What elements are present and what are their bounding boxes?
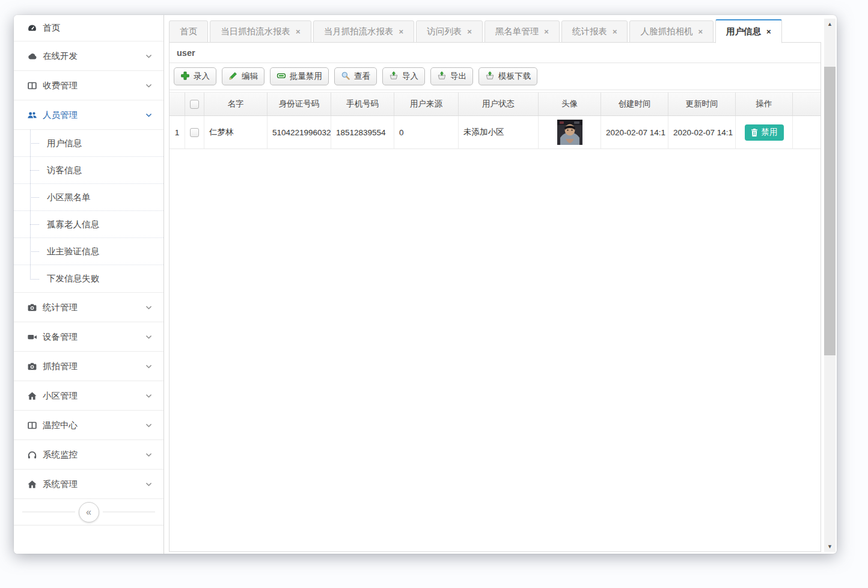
- sidebar-item-community-mgmt[interactable]: 小区管理: [14, 381, 164, 411]
- sidebar-subitem-dispatch-failed[interactable]: 下发信息失败: [14, 265, 164, 292]
- close-icon[interactable]: ×: [467, 27, 472, 36]
- cloud-icon: [27, 51, 37, 61]
- column-header-id-number[interactable]: 身份证号码: [267, 93, 331, 115]
- sidebar-subitem-elderly-info[interactable]: 孤寡老人信息: [14, 211, 164, 238]
- batch-disable-button[interactable]: 批量禁用: [270, 67, 329, 85]
- chevron-down-icon: [145, 392, 153, 400]
- sidebar-subitem-visitor-info[interactable]: 访客信息: [14, 157, 164, 184]
- select-all-checkbox[interactable]: [190, 100, 199, 109]
- video-camera-icon: [27, 332, 37, 342]
- tab-user-info[interactable]: 用户信息 ×: [715, 19, 782, 43]
- import-button[interactable]: 导入: [382, 67, 425, 85]
- sidebar-item-online-dev[interactable]: 在线开发: [14, 41, 164, 71]
- sidebar-item-home[interactable]: 首页: [14, 15, 164, 41]
- scroll-up-arrow[interactable]: ▲: [824, 19, 836, 29]
- tab-home[interactable]: 首页: [169, 20, 208, 43]
- column-header-user-source[interactable]: 用户来源: [394, 93, 459, 115]
- cell-avatar: [539, 116, 601, 149]
- sidebar-item-statistics-mgmt[interactable]: 统计管理: [14, 293, 164, 322]
- tab-bar: 首页 当日抓拍流水报表 × 当月抓拍流水报表 × 访问列表 × 黑名单管理 × …: [169, 19, 821, 43]
- sidebar-item-label: 抓拍管理: [43, 361, 139, 372]
- table-header-row: 名字 身份证号码 手机号码 用户来源 用户状态 头像 创建时间 更新时间 操作: [170, 92, 821, 116]
- sidebar-item-label: 系统管理: [43, 479, 139, 490]
- close-icon[interactable]: ×: [296, 27, 301, 36]
- disable-user-button[interactable]: 禁用: [745, 124, 784, 141]
- sidebar-item-system-mgmt[interactable]: 系统管理: [14, 470, 164, 499]
- row-checkbox[interactable]: [190, 128, 199, 137]
- column-header-updated-time[interactable]: 更新时间: [668, 93, 736, 115]
- column-header-phone[interactable]: 手机号码: [331, 93, 394, 115]
- sidebar-subitem-label: 孤寡老人信息: [47, 219, 99, 230]
- add-record-button[interactable]: 录入: [174, 67, 216, 85]
- close-icon[interactable]: ×: [544, 27, 549, 36]
- camera-icon: [27, 302, 37, 313]
- close-icon[interactable]: ×: [766, 27, 771, 36]
- divider: [103, 512, 156, 512]
- row-checkbox-cell: [185, 116, 204, 149]
- sidebar-submenu-personnel: 用户信息 访客信息 小区黑名单 孤寡老人信息 业主验证信息 下发信息失败: [14, 130, 164, 293]
- tab-daily-capture-report[interactable]: 当日抓拍流水报表 ×: [210, 20, 311, 43]
- column-header-name[interactable]: 名字: [204, 93, 267, 115]
- template-download-icon: [485, 71, 495, 82]
- vertical-scrollbar[interactable]: ▲ ▼: [824, 19, 836, 552]
- columns-icon: [27, 420, 37, 430]
- tab-visit-list[interactable]: 访问列表 ×: [416, 20, 483, 43]
- headphones-icon: [27, 450, 37, 460]
- tab-face-capture-camera[interactable]: 人脸抓拍相机 ×: [629, 20, 714, 43]
- button-label: 录入: [194, 71, 210, 82]
- sidebar-item-capture-mgmt[interactable]: 抓拍管理: [14, 352, 164, 381]
- table-row[interactable]: 1 仁梦林 5104221996032 18512839554 0 未添加小区: [170, 116, 821, 149]
- close-icon[interactable]: ×: [613, 27, 617, 36]
- close-icon[interactable]: ×: [399, 27, 404, 36]
- tab-blacklist-mgmt[interactable]: 黑名单管理 ×: [484, 20, 560, 43]
- dashboard-icon: [27, 23, 37, 33]
- scroll-down-arrow[interactable]: ▼: [824, 541, 836, 552]
- close-icon[interactable]: ×: [698, 27, 703, 36]
- template-download-button[interactable]: 模板下载: [478, 67, 537, 85]
- disable-icon: [277, 71, 286, 82]
- camera-icon: [27, 361, 37, 372]
- toolbar: 录入 编辑 批量禁用: [170, 63, 821, 90]
- column-header-avatar[interactable]: 头像: [539, 93, 601, 115]
- chevron-down-icon: [145, 111, 153, 119]
- tab-statistics-report[interactable]: 统计报表 ×: [561, 20, 628, 43]
- button-label: 禁用: [762, 127, 778, 138]
- column-header-actions[interactable]: 操作: [736, 93, 793, 115]
- cell-actions: 禁用: [736, 116, 793, 149]
- sidebar-item-label: 温控中心: [43, 420, 139, 431]
- sidebar-subitem-label: 小区黑名单: [47, 192, 91, 203]
- export-button[interactable]: 导出: [430, 67, 473, 85]
- sidebar-subitem-user-info[interactable]: 用户信息: [14, 130, 164, 157]
- export-icon: [437, 71, 447, 82]
- sidebar-item-temp-control-center[interactable]: 温控中心: [14, 411, 164, 440]
- sidebar-subitem-community-blacklist[interactable]: 小区黑名单: [14, 184, 164, 211]
- sidebar-subitem-owner-verification[interactable]: 业主验证信息: [14, 238, 164, 265]
- edit-button[interactable]: 编辑: [222, 67, 264, 85]
- sidebar-item-system-monitor[interactable]: 系统监控: [14, 440, 164, 470]
- tab-label: 人脸抓拍相机: [640, 26, 692, 37]
- chevron-down-icon: [145, 451, 153, 459]
- column-header-created-time[interactable]: 创建时间: [601, 93, 668, 115]
- sidebar-item-label: 统计管理: [43, 302, 139, 313]
- scrollbar-thumb[interactable]: [824, 67, 836, 355]
- sidebar-collapse-button[interactable]: «: [79, 502, 99, 522]
- cell-id-number: 5104221996032: [267, 116, 331, 149]
- view-button[interactable]: 查看: [334, 67, 377, 85]
- button-label: 查看: [354, 71, 370, 82]
- sidebar-item-device-mgmt[interactable]: 设备管理: [14, 322, 164, 352]
- chevron-down-icon: [145, 82, 153, 90]
- scrollbar-track[interactable]: [824, 29, 836, 541]
- column-header-user-status[interactable]: 用户状态: [459, 93, 539, 115]
- tab-monthly-capture-report[interactable]: 当月抓拍流水报表 ×: [313, 20, 415, 43]
- sidebar-item-fee-mgmt[interactable]: 收费管理: [14, 71, 164, 100]
- sidebar-item-label: 设备管理: [43, 331, 139, 343]
- chevron-down-icon: [145, 480, 153, 488]
- import-icon: [389, 71, 399, 82]
- sidebar-subitem-label: 业主验证信息: [47, 246, 99, 257]
- sidebar-subitem-label: 下发信息失败: [47, 273, 99, 284]
- sidebar-filler: [14, 525, 164, 554]
- sidebar-item-personnel-mgmt[interactable]: 人员管理: [14, 100, 164, 130]
- tab-label: 用户信息: [726, 26, 761, 37]
- trash-icon: [751, 129, 758, 136]
- sidebar-item-label: 人员管理: [43, 109, 139, 121]
